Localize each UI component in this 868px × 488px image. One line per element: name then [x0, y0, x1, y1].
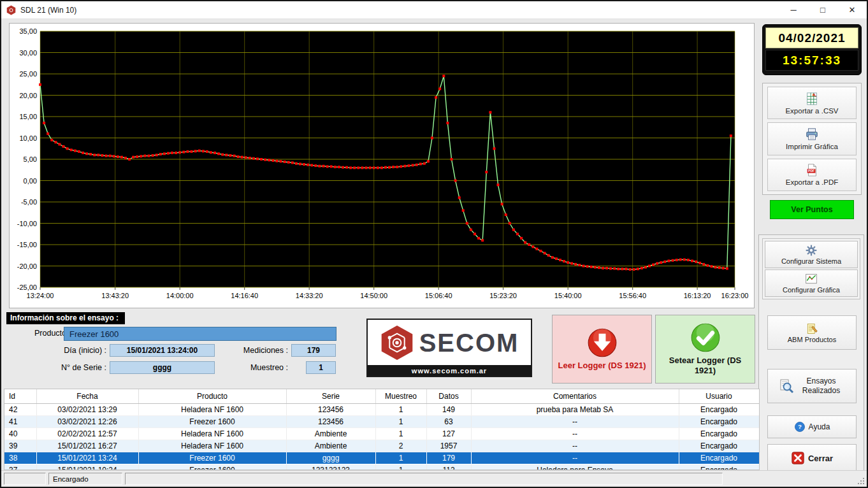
cell-fecha: 15/01/2021 16:27	[36, 440, 138, 452]
ayuda-label: Ayuda	[809, 422, 830, 431]
cell-comentarios: --	[471, 415, 679, 427]
status-user-label: Encargado	[53, 475, 89, 483]
svg-text:10,00: 10,00	[19, 134, 37, 142]
cell-datos: 112	[426, 464, 471, 470]
configurar-grafica-label: Configurar Gráfica	[783, 286, 840, 294]
cell-muestreo: 1	[375, 415, 426, 427]
abm-productos-button[interactable]: ABM Productos	[767, 315, 857, 350]
chart-settings-icon	[805, 273, 818, 285]
svg-text:13:43:20: 13:43:20	[101, 292, 129, 299]
config-group: Configurar Sistema Configurar Gráfica	[762, 238, 860, 299]
cell-datos: 1957	[426, 440, 471, 452]
notepad-pencil-icon	[806, 322, 818, 335]
chart-panel: 35,0030,0025,0020,0015,0010,005,000,00-5…	[9, 23, 755, 308]
cell-serie: Ambiente	[286, 427, 375, 440]
configurar-sistema-button[interactable]: Configurar Sistema	[765, 241, 858, 268]
cell-producto: Heladera NF 1600	[138, 403, 286, 415]
cell-producto: Freezer 1600	[138, 464, 286, 470]
ensayos-realizados-button[interactable]: Ensayos Realizados	[767, 369, 857, 403]
configurar-sistema-label: Configurar Sistema	[781, 257, 841, 265]
close-red-icon	[791, 451, 805, 465]
print-chart-button[interactable]: Imprimir Gráfica	[767, 122, 857, 155]
svg-text:13:24:00: 13:24:00	[27, 292, 54, 299]
help-icon: ?	[794, 421, 806, 433]
muestreo-label: Muestreo :	[221, 363, 288, 372]
table-row[interactable]: 3815/01/2021 13:24Freezer 1600gggg1179--…	[4, 452, 759, 464]
table-row[interactable]: 4203/02/2021 13:29Heladera NF 1600123456…	[4, 403, 759, 415]
cell-id: 41	[4, 415, 36, 427]
cell-datos: 149	[426, 403, 471, 415]
table-row[interactable]: 4002/02/2021 12:57Heladera NF 1600Ambien…	[4, 427, 759, 440]
column-header-usuario[interactable]: Usuario	[679, 389, 759, 403]
close-button[interactable]: ✕	[837, 1, 867, 18]
cell-serie: gggg	[286, 452, 375, 464]
leer-logger-button[interactable]: Leer Logger (DS 1921)	[552, 315, 652, 384]
svg-text:a,: a,	[813, 92, 816, 97]
svg-text:15,00: 15,00	[19, 113, 37, 120]
cell-id: 39	[4, 440, 36, 452]
cell-usuario: Encargado	[679, 464, 759, 470]
cell-datos: 179	[426, 452, 471, 464]
svg-text:25,00: 25,00	[19, 70, 37, 78]
column-header-serie[interactable]: Serie	[286, 389, 375, 403]
cell-comentarios: --	[471, 440, 679, 452]
setear-logger-label: Setear Logger (DS 1921)	[658, 355, 752, 375]
minimize-icon: ─	[790, 5, 796, 15]
window-title: SDL 21 (Win 10)	[20, 6, 76, 15]
export-csv-button[interactable]: a, Exportar a .CSV	[767, 87, 857, 119]
dia-inicio-value: 15/01/2021 13:24:00	[110, 344, 215, 357]
ver-puntos-button[interactable]: Ver Puntos	[770, 200, 854, 219]
cell-usuario: Encargado	[679, 452, 759, 464]
svg-text:14:16:40: 14:16:40	[231, 292, 258, 299]
cell-id: 42	[4, 403, 36, 415]
app-window: SDL 21 (Win 10) ─ □ ✕ 35,0030,0025,0020,…	[0, 0, 868, 488]
svg-text:15:40:00: 15:40:00	[554, 292, 582, 299]
column-header-producto[interactable]: Producto	[138, 389, 286, 403]
export-pdf-button[interactable]: PDF Exportar a .PDF	[767, 159, 857, 191]
secom-website: www.secom.com.ar	[368, 365, 531, 376]
titlebar: SDL 21 (Win 10) ─ □ ✕	[1, 1, 867, 19]
temperature-chart: 35,0030,0025,0020,0015,0010,005,000,00-5…	[10, 24, 754, 308]
ayuda-button[interactable]: ? Ayuda	[767, 415, 857, 438]
configurar-grafica-button[interactable]: Configurar Gráfica	[765, 269, 858, 297]
cell-usuario: Encargado	[679, 440, 759, 452]
cerrar-label: Cerrar	[808, 454, 833, 463]
svg-text:-20,00: -20,00	[17, 262, 37, 270]
svg-text:5,00: 5,00	[24, 155, 37, 163]
maximize-button[interactable]: □	[808, 1, 837, 18]
secom-hex-logo-icon	[380, 324, 414, 361]
table-row[interactable]: 3715/01/2021 10:24Freezer 16001231231231…	[4, 464, 759, 470]
column-header-id[interactable]: Id	[4, 389, 36, 403]
cell-usuario: Encargado	[679, 403, 759, 415]
maximize-icon: □	[820, 5, 825, 15]
producto-field[interactable]: Freezer 1600	[64, 327, 336, 341]
cell-usuario: Encargado	[679, 415, 759, 427]
svg-text:-25,00: -25,00	[17, 283, 37, 291]
column-header-muestreo[interactable]: Muestreo	[375, 389, 426, 403]
table-row[interactable]: 4103/02/2021 12:26Freezer 1600123456163-…	[4, 415, 759, 427]
statusbar: Encargado	[1, 470, 867, 487]
svg-text:35,00: 35,00	[19, 27, 37, 35]
cell-comentarios: --	[471, 427, 679, 440]
column-header-comentarios[interactable]: Comentarios	[471, 389, 679, 403]
leer-logger-label: Leer Logger (DS 1921)	[558, 361, 646, 371]
producto-label: Producto	[34, 329, 66, 338]
column-header-fecha[interactable]: Fecha	[36, 389, 138, 403]
serie-label: N° de Serie :	[36, 363, 106, 372]
column-header-datos[interactable]: Datos	[426, 389, 471, 403]
setear-logger-button[interactable]: Setear Logger (DS 1921)	[655, 315, 755, 384]
cell-datos: 63	[426, 415, 471, 427]
cell-muestreo: 2	[375, 440, 426, 452]
minimize-button[interactable]: ─	[779, 1, 808, 18]
resize-grip[interactable]	[856, 476, 865, 485]
svg-text:15:23:20: 15:23:20	[489, 292, 517, 299]
cerrar-button[interactable]: Cerrar	[767, 444, 857, 472]
mediciones-label: Mediciones :	[221, 346, 288, 355]
table-row[interactable]: 3915/01/2021 16:27Heladera NF 1600Ambien…	[4, 440, 759, 452]
svg-text:15:06:40: 15:06:40	[425, 292, 452, 299]
svg-text:14:50:00: 14:50:00	[360, 292, 387, 299]
cell-datos: 127	[426, 427, 471, 440]
svg-text:-5,00: -5,00	[21, 198, 37, 206]
cell-muestreo: 1	[375, 427, 426, 440]
time-display: 13:57:33	[765, 50, 858, 71]
